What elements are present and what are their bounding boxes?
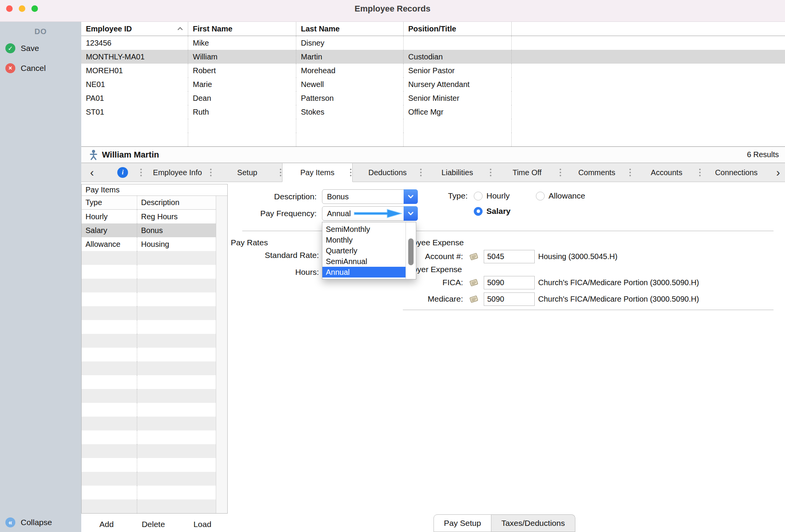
tab-setup[interactable]: Setup (212, 163, 282, 182)
cell-employee-id: MOREH01 (81, 64, 188, 77)
tab-drag-handle-icon (699, 172, 701, 173)
tab-pay-setup[interactable]: Pay Setup (434, 514, 491, 532)
cell-first-name: Mike (188, 36, 296, 50)
tab-taxes-deductions[interactable]: Taxes/Deductions (491, 514, 575, 532)
pay-items-empty-row (82, 251, 216, 265)
account-lookup-icon[interactable] (468, 252, 479, 261)
tab-drag-handle-icon (350, 172, 351, 173)
menu-option-semiannual[interactable]: SemiAnnual (322, 256, 406, 267)
pay-rates-section-label: Pay Rates (231, 238, 268, 247)
tab-label: Accounts (651, 168, 682, 177)
menu-option-monthly[interactable]: Monthly (322, 235, 406, 245)
save-button[interactable]: ✓ Save (5, 43, 39, 53)
tab-label: Employee Info (153, 168, 202, 177)
tab-accounts[interactable]: Accounts (632, 163, 701, 182)
column-header-position[interactable]: Position/Title (404, 22, 512, 36)
tab-info[interactable]: i (103, 163, 143, 182)
pay-item-row[interactable]: Allowance Housing (82, 237, 216, 251)
employee-row[interactable]: MOREH01 Robert Morehead Senior Pastor (81, 64, 785, 77)
cell-position: Office Mgr (404, 105, 512, 119)
column-header-first-name[interactable]: First Name (188, 22, 296, 36)
cell-employee-id: ST01 (81, 105, 188, 119)
pay-items-scrollbar-track[interactable] (216, 196, 227, 513)
pay-items-empty-row (82, 389, 216, 403)
cell-blank (512, 105, 785, 119)
medicare-account-input[interactable] (484, 292, 535, 306)
person-icon (89, 149, 98, 160)
tab-liabilities[interactable]: Liabilities (422, 163, 492, 182)
cell-blank (512, 36, 785, 50)
pay-item-description: Bonus (137, 223, 216, 237)
collapse-label: Collapse (21, 518, 52, 527)
collapse-chevrons-icon: « (5, 517, 15, 527)
radio-hourly[interactable]: Hourly (474, 191, 510, 200)
employee-row[interactable]: NE01 Marie Newell Nursery Attendant (81, 77, 785, 91)
pay-frequency-value: Annual (327, 209, 351, 218)
pay-item-row[interactable]: Hourly Reg Hours (82, 210, 216, 223)
pay-items-empty-row (82, 279, 216, 292)
account-lookup-icon[interactable] (468, 294, 479, 304)
cell-position (404, 36, 512, 50)
pay-frequency-open-menu: SemiMonthly Monthly Quarterly SemiAnnual… (322, 222, 416, 279)
type-label: Type: (422, 191, 468, 200)
cell-first-name: William (188, 50, 296, 64)
delete-button[interactable]: Delete (134, 520, 172, 529)
radio-label: Salary (486, 207, 511, 216)
pay-frequency-label: Pay Frequency: (215, 209, 317, 218)
column-header-label: Employee ID (86, 25, 132, 33)
cell-position: Senior Pastor (404, 64, 512, 77)
employee-row[interactable]: ST01 Ruth Stokes Office Mgr (81, 105, 785, 119)
account-number-input[interactable] (484, 250, 535, 263)
column-header-employee-id[interactable]: Employee ID (81, 22, 188, 36)
collapse-button[interactable]: « Collapse (5, 517, 52, 527)
tab-comments[interactable]: Comments (562, 163, 632, 182)
fica-account-input[interactable] (484, 276, 535, 289)
pay-items-empty-row (82, 417, 216, 430)
tabs-scroll-left-button[interactable]: ‹ (81, 163, 103, 182)
sidebar-header: DO (0, 27, 81, 36)
cell-position: Nursery Attendant (404, 77, 512, 91)
column-header-last-name[interactable]: Last Name (296, 22, 404, 36)
pay-item-row-selected[interactable]: Salary Bonus (82, 223, 216, 237)
tab-label: Setup (237, 168, 257, 177)
cancel-x-icon: × (5, 63, 15, 73)
tab-employee-info[interactable]: Employee Info (143, 163, 212, 182)
tab-drag-handle-icon (280, 172, 281, 173)
account-lookup-icon[interactable] (468, 278, 479, 287)
load-button[interactable]: Load (188, 520, 217, 529)
tab-drag-handle-icon (140, 172, 142, 173)
add-button[interactable]: Add (92, 520, 121, 529)
dropdown-chevron-button[interactable] (404, 206, 418, 221)
cell-last-name: Disney (296, 36, 404, 50)
menu-option-annual-highlighted[interactable]: Annual (322, 267, 406, 277)
sort-ascending-icon (177, 27, 183, 31)
radio-allowance[interactable]: Allowance (536, 191, 585, 200)
pay-items-empty-row (82, 444, 216, 458)
pay-items-column-type[interactable]: Type (82, 196, 137, 209)
menu-option-quarterly[interactable]: Quarterly (322, 245, 406, 256)
dropdown-chevron-button[interactable] (404, 189, 418, 204)
employee-row-selected[interactable]: MONTHLY-MA01 William Martin Custodian (81, 50, 785, 64)
pay-items-column-description[interactable]: Description (137, 196, 216, 209)
cancel-button[interactable]: × Cancel (5, 63, 46, 73)
detail-tabbar: ‹ i Employee Info Setup Pay Items Deduct… (81, 163, 785, 182)
description-dropdown[interactable]: Bonus (322, 189, 418, 204)
menu-option-semimonthly[interactable]: SemiMonthly (322, 224, 406, 235)
pay-items-empty-row (82, 403, 216, 417)
cell-first-name: Ruth (188, 105, 296, 119)
tab-connections[interactable]: Connections (701, 163, 771, 182)
pay-items-empty-row (82, 430, 216, 444)
pay-items-empty-row (82, 499, 216, 513)
tab-time-off[interactable]: Time Off (492, 163, 562, 182)
menu-scrollbar-thumb[interactable] (408, 238, 414, 265)
cell-blank (512, 50, 785, 64)
employee-row[interactable]: PA01 Dean Patterson Senior Minister (81, 91, 785, 105)
pay-items-empty-row (82, 320, 216, 334)
radio-salary-selected[interactable]: Salary (474, 207, 511, 216)
tabs-scroll-right-button[interactable]: › (771, 163, 785, 182)
employee-row[interactable]: 123456 Mike Disney (81, 36, 785, 50)
tab-drag-handle-icon (629, 172, 631, 173)
tab-pay-items[interactable]: Pay Items (282, 163, 353, 182)
employee-empty-row (81, 119, 785, 133)
tab-deductions[interactable]: Deductions (353, 163, 422, 182)
